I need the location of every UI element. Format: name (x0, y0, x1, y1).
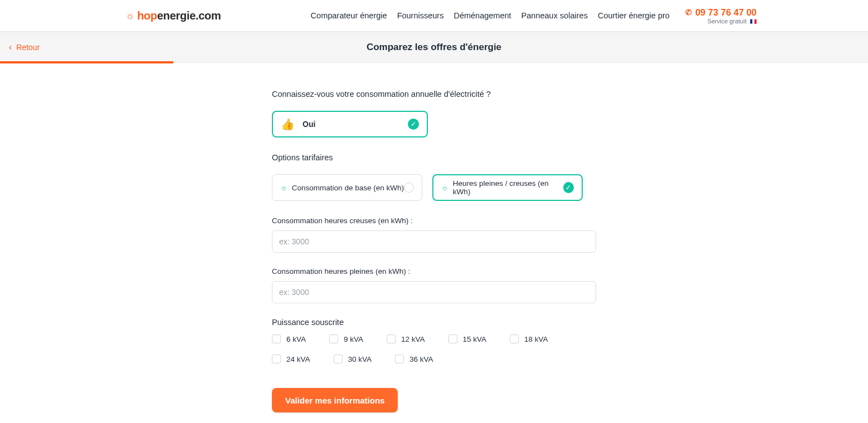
nav-courtier-pro[interactable]: Courtier énergie pro (598, 11, 670, 20)
power-18kva[interactable]: 18 kVA (510, 335, 548, 343)
back-button[interactable]: ‹ Retour (9, 42, 40, 52)
flag-icon: 🇫🇷 (750, 18, 757, 24)
logo-text-hop: hop (137, 9, 157, 22)
checkbox-icon (510, 335, 519, 343)
answer-oui-label: Oui (303, 120, 315, 129)
main-nav: Comparateur énergie Fournisseurs Déménag… (311, 7, 757, 24)
checkbox-icon (272, 355, 281, 363)
option-hphc-label: Heures pleines / creuses (en kWh) (453, 179, 563, 196)
phone-icon: ✆ (685, 8, 692, 17)
top-navbar: ☼ hopenergie.com Comparateur énergie Fou… (0, 0, 868, 32)
power-24kva-label: 24 kVA (286, 355, 310, 363)
hc-input-label: Consommation heures creuses (en kWh) : (272, 217, 596, 225)
progress-bar (0, 61, 173, 63)
hp-input[interactable] (272, 281, 596, 303)
power-options: 6 kVA 9 kVA 12 kVA 15 kVA 18 kVA 24 kVA … (272, 335, 596, 363)
power-9kva-label: 9 kVA (344, 335, 363, 343)
thumbs-up-icon: 👍 (281, 117, 295, 131)
logo-icon: ☼ (125, 10, 134, 22)
chevron-left-icon: ‹ (9, 42, 12, 52)
logo-text-energie: energie.com (157, 9, 221, 22)
sun-icon: ☼ (441, 183, 448, 192)
power-36kva[interactable]: 36 kVA (395, 355, 433, 363)
nav-fournisseurs[interactable]: Fournisseurs (397, 11, 444, 20)
submit-button[interactable]: Valider mes informations (272, 388, 398, 412)
checkbox-icon (387, 335, 396, 343)
checkbox-icon (334, 355, 343, 363)
power-12kva-label: 12 kVA (401, 335, 425, 343)
hp-input-label: Consommation heures pleines (en kWh) : (272, 267, 596, 276)
checkbox-icon (272, 335, 281, 343)
power-15kva-label: 15 kVA (463, 335, 487, 343)
back-label: Retour (16, 43, 40, 52)
phone-sub-label: Service gratuit (708, 18, 747, 24)
nav-comparateur[interactable]: Comparateur énergie (311, 11, 387, 20)
option-base[interactable]: ☼ Consommation de base (en kWh) (272, 174, 422, 201)
sun-icon: ☼ (280, 183, 287, 192)
tariff-option-row: ☼ Consommation de base (en kWh) ☼ Heures… (272, 174, 596, 201)
option-hphc[interactable]: ☼ Heures pleines / creuses (en kWh) ✓ (432, 174, 583, 201)
nav-demenagement[interactable]: Déménagement (453, 11, 511, 20)
check-icon: ✓ (408, 119, 419, 130)
power-label: Puissance souscrite (272, 318, 596, 327)
checkbox-icon (448, 335, 457, 343)
power-15kva[interactable]: 15 kVA (448, 335, 487, 343)
power-24kva[interactable]: 24 kVA (272, 355, 310, 363)
power-6kva[interactable]: 6 kVA (272, 335, 306, 343)
phone-box: ✆ 09 73 76 47 00 Service gratuit 🇫🇷 (685, 7, 757, 24)
site-logo[interactable]: ☼ hopenergie.com (125, 9, 221, 22)
radio-empty-icon (404, 183, 414, 193)
power-6kva-label: 6 kVA (286, 335, 306, 343)
answer-oui-card[interactable]: 👍 Oui ✓ (272, 111, 428, 137)
phone-subtext: Service gratuit 🇫🇷 (708, 18, 757, 24)
sub-header: ‹ Retour Comparez les offres d'énergie (0, 32, 868, 63)
power-12kva[interactable]: 12 kVA (387, 335, 425, 343)
checkbox-icon (395, 355, 404, 363)
power-9kva[interactable]: 9 kVA (329, 335, 363, 343)
hc-input[interactable] (272, 230, 596, 253)
power-30kva[interactable]: 30 kVA (334, 355, 372, 363)
question-consumption-known: Connaissez-vous votre consommation annue… (272, 90, 596, 99)
option-base-label: Consommation de base (en kWh) (292, 184, 404, 192)
power-30kva-label: 30 kVA (348, 355, 372, 363)
phone-link[interactable]: ✆ 09 73 76 47 00 (685, 7, 757, 18)
check-icon: ✓ (563, 182, 574, 193)
wizard-form: Connaissez-vous votre consommation annue… (272, 90, 596, 423)
options-tarifaires-label: Options tarifaires (272, 153, 596, 162)
page-title: Comparez les offres d'énergie (367, 42, 501, 53)
phone-number: 09 73 76 47 00 (695, 7, 757, 18)
power-36kva-label: 36 kVA (409, 355, 433, 363)
checkbox-icon (329, 335, 338, 343)
power-18kva-label: 18 kVA (524, 335, 548, 343)
nav-panneaux-solaires[interactable]: Panneaux solaires (521, 11, 588, 20)
